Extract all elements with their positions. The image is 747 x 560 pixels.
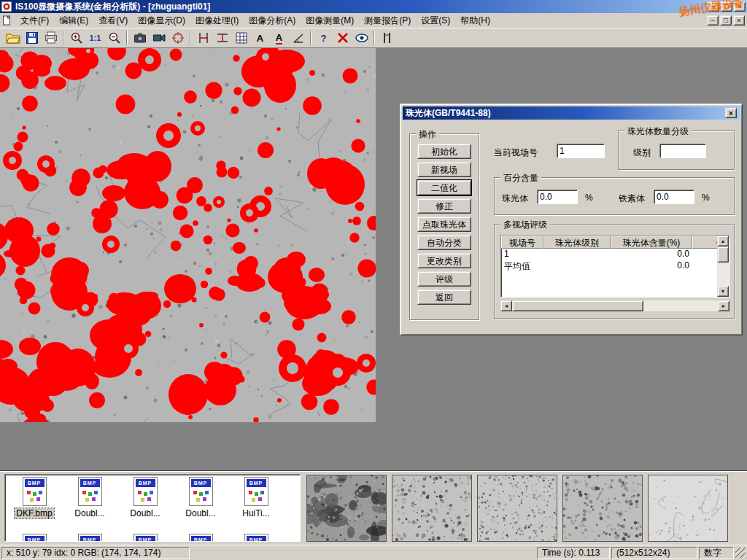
maximize-button[interactable]: □ [721,1,732,12]
file-preview-dots [82,491,86,494]
help-icon[interactable]: ? [314,29,333,47]
table-row[interactable]: 平均值0.0 [501,260,729,272]
menu-item[interactable]: 图像分析(A) [244,13,301,28]
file-item[interactable]: BMPDoubl... [62,477,117,518]
child-restore-button[interactable]: □ [720,15,732,26]
file-item-partial[interactable]: BMP [173,534,228,542]
table-column-header[interactable]: 珠光体含量(%) [611,236,692,249]
eye-icon[interactable] [352,29,371,47]
scroll-down-button[interactable]: ▼ [717,286,729,297]
pearlite-dialog[interactable]: 珠光体(GB/T9441-88) × 操作 初始化新视场二值化修正点取珠光体自动… [400,104,743,335]
initialize-button[interactable]: 初始化 [417,144,471,159]
dialog-close-button[interactable]: × [725,108,737,118]
menu-item[interactable]: 编辑(E) [54,13,93,28]
file-item-partial[interactable]: BMP [62,534,117,542]
current-field-input[interactable] [557,144,605,158]
menu-item[interactable]: 测量报告(P) [359,13,416,28]
image-thumbnail[interactable] [562,475,643,542]
zoom-in-icon[interactable] [67,29,85,47]
menu-item[interactable]: 帮助(H) [455,13,495,28]
menu-item[interactable]: 查看(V) [93,13,133,28]
menu-item[interactable]: 文件(F) [15,13,54,28]
child-minimize-button[interactable]: – [707,15,719,26]
menu-item[interactable]: 图像测量(M) [301,13,359,28]
mode-status[interactable]: 数字 [699,547,734,559]
table-cell [543,260,611,272]
image-thumbnail[interactable] [392,475,472,542]
file-preview-dots [249,491,252,494]
back-button[interactable]: 返回 [417,289,471,305]
angle-icon[interactable] [289,29,307,47]
resize-grip[interactable] [735,548,746,558]
text-icon[interactable]: A [251,29,269,47]
document-icon[interactable] [2,15,14,26]
grade-button[interactable]: 评级 [417,271,471,287]
scroll-left-button[interactable]: ◄ [500,300,512,311]
table-row[interactable]: 10.0 [501,249,729,260]
new-field-button[interactable]: 新视场 [417,162,471,177]
file-item-partial[interactable]: BMP [117,534,173,542]
horizontal-scrollbar-thumb[interactable] [512,300,643,311]
file-item-partial[interactable]: BMP [228,534,284,542]
file-item[interactable]: BMPDKF.bmp [7,477,62,518]
menu-item[interactable]: 图像处理(I) [190,13,244,28]
vertical-scrollbar-thumb[interactable] [717,246,729,262]
title-bar[interactable]: IS100显微摄像系统(金相分析版) - [zhuguangti01] – □ … [0,0,747,13]
menu-item[interactable]: 图像显示(D) [133,13,190,28]
bmp-file-icon: BMP [133,534,158,542]
one-to-one-icon[interactable]: 1:1 [86,29,104,47]
minimize-button[interactable]: – [708,1,719,12]
table-column-header[interactable]: 珠光体级别 [543,236,611,249]
table-header-row: 视场号珠光体级别珠光体含量(%)铁素 [501,236,729,249]
ferrite-percent-input[interactable] [654,190,694,204]
table-cell: 1 [501,249,543,260]
close-button[interactable]: × [734,1,746,12]
pearlite-percent-input[interactable] [537,190,578,204]
correct-button[interactable]: 修正 [417,198,471,214]
table-cell [543,249,611,260]
save-icon[interactable] [23,29,41,47]
table-column-header[interactable]: 视场号 [501,236,543,249]
binarize-button[interactable]: 二值化 [417,180,471,195]
image-thumbnail[interactable] [306,475,387,542]
menu-bar: 文件(F)编辑(E)查看(V)图像显示(D)图像处理(I)图像分析(A)图像测量… [0,13,747,28]
micrograph-image[interactable] [0,48,376,422]
menu-item[interactable]: 设置(S) [416,13,455,28]
file-item[interactable]: BMPDoubl... [173,477,228,518]
pick-pearlite-button[interactable]: 点取珠光体 [417,217,471,232]
operations-group-label: 操作 [416,128,439,141]
open-icon[interactable] [4,29,22,47]
scroll-up-button[interactable]: ▲ [717,236,729,246]
zoom-out-icon[interactable] [105,29,123,47]
file-item[interactable]: BMPDoubl... [117,477,173,518]
level-input[interactable] [659,144,706,158]
capture-icon[interactable] [169,29,187,47]
percent-group: 百分含量 珠光体 % 铁素体 % [494,177,735,215]
print-icon[interactable] [42,29,60,47]
image-thumbnail[interactable] [648,475,728,542]
table-vertical-scrollbar[interactable]: ▲ ▼ [717,236,729,297]
change-class-button[interactable]: 更改类别 [417,253,471,268]
auto-classify-button[interactable]: 自动分类 [417,235,471,250]
cut-icon[interactable] [333,29,352,47]
bmp-file-icon: BMP [244,477,268,506]
video-icon[interactable] [150,29,168,47]
image-size-status: (512x512x24) [611,547,697,559]
file-item[interactable]: BMPHuiTi... [228,477,284,518]
grid-icon[interactable] [232,29,250,47]
table-horizontal-scrollbar[interactable]: ◄ ► [500,300,729,311]
workspace: 珠光体(GB/T9441-88) × 操作 初始化新视场二值化修正点取珠光体自动… [0,48,747,470]
toolbar-separator [374,31,375,45]
dialog-title: 珠光体(GB/T9441-88) [406,107,491,120]
text-style-icon[interactable]: A [270,29,288,47]
scroll-right-button[interactable]: ► [718,300,729,311]
image-thumbnail[interactable] [477,475,557,542]
child-close-button[interactable]: × [733,15,745,26]
dialog-title-bar[interactable]: 珠光体(GB/T9441-88) × [403,106,740,120]
file-item-partial[interactable]: BMP [7,534,62,542]
file-list[interactable]: BMPDKF.bmpBMPDoubl...BMPDoubl...BMPDoubl… [4,474,301,542]
measure-horizontal-icon[interactable] [213,29,231,47]
caliper-icon[interactable] [378,29,396,47]
camera-icon[interactable] [131,29,149,47]
measure-vertical-icon[interactable] [194,29,212,47]
